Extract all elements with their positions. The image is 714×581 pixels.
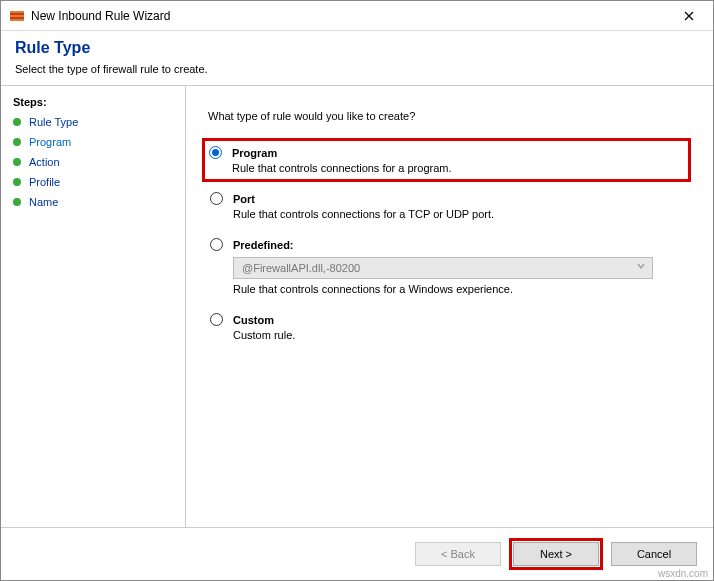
back-button[interactable]: < Back [415, 542, 501, 566]
cancel-button[interactable]: Cancel [611, 542, 697, 566]
svg-rect-2 [10, 15, 24, 17]
option-predefined[interactable]: Predefined: @FirewallAPI.dll,-80200 Rule… [210, 238, 691, 295]
step-name[interactable]: Name [13, 196, 173, 208]
option-title: Predefined: [233, 239, 294, 251]
bullet-icon [13, 118, 21, 126]
step-label: Profile [29, 176, 60, 188]
option-desc: Rule that controls connections for a pro… [232, 162, 684, 174]
bullet-icon [13, 178, 21, 186]
step-program[interactable]: Program [13, 136, 173, 148]
bullet-icon [13, 198, 21, 206]
svg-rect-3 [10, 19, 24, 21]
page-title: Rule Type [15, 39, 699, 57]
window-title: New Inbound Rule Wizard [31, 9, 666, 23]
option-title: Program [232, 147, 277, 159]
chevron-down-icon [636, 261, 646, 273]
bullet-icon [13, 158, 21, 166]
close-button[interactable] [666, 1, 711, 30]
step-profile[interactable]: Profile [13, 176, 173, 188]
step-label: Rule Type [29, 116, 78, 128]
next-button[interactable]: Next > [513, 542, 599, 566]
header: Rule Type Select the type of firewall ru… [1, 31, 713, 85]
options-group: Program Rule that controls connections f… [210, 138, 691, 341]
combobox-value: @FirewallAPI.dll,-80200 [242, 262, 360, 274]
watermark: wsxdn.com [658, 568, 708, 579]
step-label: Name [29, 196, 58, 208]
content-panel: What type of rule would you like to crea… [186, 86, 713, 527]
option-custom[interactable]: Custom Custom rule. [210, 313, 691, 341]
option-desc: Custom rule. [233, 329, 691, 341]
option-title: Custom [233, 314, 274, 326]
steps-heading: Steps: [13, 96, 173, 108]
firewall-icon [9, 8, 25, 24]
option-port[interactable]: Port Rule that controls connections for … [210, 192, 691, 220]
radio-port[interactable] [210, 192, 223, 205]
radio-program[interactable] [209, 146, 222, 159]
bullet-icon [13, 138, 21, 146]
radio-predefined[interactable] [210, 238, 223, 251]
radio-custom[interactable] [210, 313, 223, 326]
option-desc: Rule that controls connections for a Win… [233, 283, 691, 295]
step-label: Program [29, 136, 71, 148]
option-title: Port [233, 193, 255, 205]
titlebar: New Inbound Rule Wizard [1, 1, 713, 31]
svg-rect-1 [10, 11, 24, 13]
step-action[interactable]: Action [13, 156, 173, 168]
option-program[interactable]: Program Rule that controls connections f… [202, 138, 691, 182]
step-rule-type[interactable]: Rule Type [13, 116, 173, 128]
predefined-combobox[interactable]: @FirewallAPI.dll,-80200 [233, 257, 653, 279]
question-text: What type of rule would you like to crea… [208, 110, 691, 122]
wizard-window: New Inbound Rule Wizard Rule Type Select… [0, 0, 714, 581]
next-highlight: Next > [509, 538, 603, 570]
step-label: Action [29, 156, 60, 168]
option-desc: Rule that controls connections for a TCP… [233, 208, 691, 220]
body: Steps: Rule Type Program Action Profile … [1, 86, 713, 527]
steps-sidebar: Steps: Rule Type Program Action Profile … [1, 86, 185, 527]
footer: < Back Next > Cancel [1, 527, 713, 580]
page-subtitle: Select the type of firewall rule to crea… [15, 63, 699, 75]
